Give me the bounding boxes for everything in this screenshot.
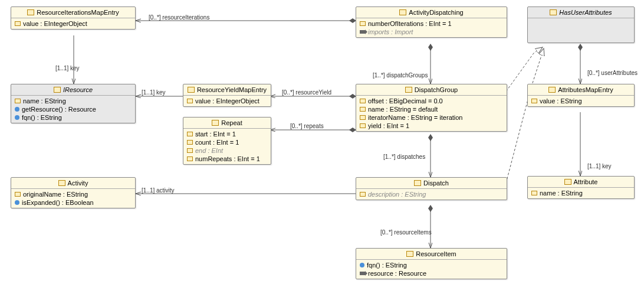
attr-label: name : EString = default	[368, 106, 438, 113]
class-HasUserAttributes[interactable]: HasUserAttributes	[527, 6, 635, 43]
attr-label: yield : EInt = 1	[368, 122, 409, 129]
class-title: ActivityDispatching	[409, 9, 463, 16]
class-ResourceIterationsMapEntry[interactable]: ResourceIterationsMapEntry value : EInte…	[11, 6, 136, 30]
attr-label: originalName : EString	[23, 191, 88, 198]
class-Attribute[interactable]: Attribute name : EString	[527, 176, 635, 199]
class-Activity[interactable]: Activity originalName : EString isExpand…	[11, 177, 136, 208]
class-title: Dispatch	[423, 179, 449, 187]
class-icon	[406, 251, 413, 257]
attr-icon	[360, 115, 366, 120]
class-DispatchGroup[interactable]: DispatchGroup offset : EBigDecimal = 0.0…	[356, 84, 507, 132]
class-Repeat[interactable]: Repeat start : EInt = 1 count : EInt = 1…	[183, 117, 271, 165]
class-ActivityDispatching[interactable]: ActivityDispatching numberOfIterations :…	[356, 6, 507, 38]
class-icon	[54, 87, 61, 93]
label-userAttributes: [0..*] userAttributes	[587, 70, 638, 76]
class-icon	[188, 87, 195, 93]
attr-label: isExpanded() : EBoolean	[22, 199, 94, 206]
attr-icon	[15, 21, 21, 26]
attr-label: imports : Import	[368, 28, 413, 35]
class-icon	[564, 179, 571, 185]
label-activity: [1..1] activity	[142, 187, 175, 194]
class-icon	[58, 180, 65, 186]
attr-icon	[187, 148, 193, 153]
class-icon	[405, 87, 412, 93]
attr-icon	[187, 140, 193, 145]
attr-label: value : EString	[540, 97, 582, 105]
class-title: DispatchGroup	[415, 86, 458, 93]
attr-icon	[187, 99, 193, 103]
class-ResourceItem[interactable]: ResourceItem fqn() : EString resource : …	[356, 248, 507, 279]
label-dispatchGroups: [1..*] dispatchGroups	[373, 72, 428, 79]
attr-icon	[360, 99, 366, 103]
label-resourceYield: [0..*] resourceYield	[282, 89, 331, 96]
attr-icon	[360, 123, 366, 128]
class-ResourceYieldMapEntry[interactable]: ResourceYieldMapEntry value : EIntegerOb…	[183, 84, 271, 107]
attr-label: value : EIntegerObject	[195, 97, 259, 105]
attr-label: numRepeats : EInt = 1	[195, 155, 260, 162]
attr-icon	[531, 191, 537, 195]
attr-label: end : EInt	[195, 147, 223, 154]
operation-icon	[15, 115, 19, 120]
label-resourceItems: [0..*] resourceItems	[380, 229, 432, 236]
class-title: ResourceItem	[416, 250, 456, 257]
label-key-1: [1..1] key	[55, 65, 80, 71]
attr-label: fqn() : EString	[22, 114, 62, 121]
class-icon	[399, 9, 406, 15]
attr-label: getResource() : Resource	[22, 106, 96, 113]
attr-label: description : EString	[368, 191, 426, 198]
attr-label: name : EString	[23, 97, 66, 105]
attr-icon	[360, 192, 366, 197]
class-icon	[550, 9, 557, 15]
operation-icon	[15, 107, 19, 112]
class-title: Activity	[68, 179, 88, 187]
class-icon	[212, 120, 219, 126]
class-icon	[414, 180, 421, 186]
label-key-3: [1..1] key	[587, 163, 612, 169]
attr-label: iteratorName : EString = iteration	[368, 114, 463, 121]
class-title: Repeat	[221, 119, 242, 126]
class-title: Attribute	[574, 178, 598, 185]
class-title: IResource	[63, 86, 93, 93]
operation-icon	[360, 263, 364, 267]
class-Dispatch[interactable]: Dispatch description : EString	[356, 177, 507, 200]
label-dispatches: [1..*] dispatches	[383, 154, 425, 160]
operation-icon	[15, 200, 19, 205]
attr-icon	[360, 107, 366, 112]
attr-icon	[15, 192, 21, 197]
attr-icon	[531, 99, 537, 103]
attr-icon	[15, 99, 21, 103]
label-repeats: [0..*] repeats	[290, 123, 324, 129]
attr-label: offset : EBigDecimal = 0.0	[368, 97, 443, 105]
class-title: HasUserAttributes	[559, 9, 612, 16]
attr-label: name : EString	[540, 190, 583, 197]
connector-layer: HasUserAttributes (dashed) --> HasUserAt…	[0, 0, 644, 297]
class-icon	[27, 9, 34, 15]
attr-label: value : EIntegerObject	[23, 20, 87, 27]
attr-label: start : EInt = 1	[195, 130, 236, 138]
reference-icon	[360, 272, 366, 275]
attr-icon	[187, 156, 193, 161]
class-title: ResourceIterationsMapEntry	[37, 9, 119, 16]
class-AttributesMapEntry[interactable]: AttributesMapEntry value : EString	[527, 84, 635, 107]
attr-label: resource : Resource	[368, 270, 426, 277]
class-IResource[interactable]: IResource name : EString getResource() :…	[11, 84, 136, 123]
class-title: ResourceYieldMapEntry	[197, 86, 267, 93]
reference-icon	[360, 30, 366, 34]
attr-icon	[360, 21, 366, 26]
class-icon	[548, 87, 556, 93]
class-title: AttributesMapEntry	[558, 86, 613, 93]
label-resourceIterations: [0..*] resourceIterations	[149, 14, 209, 21]
attr-label: count : EInt = 1	[195, 139, 239, 146]
label-key-2: [1..1] key	[142, 89, 166, 96]
attr-icon	[187, 132, 193, 136]
attr-label: numberOfIterations : EInt = 1	[368, 20, 452, 27]
attr-label: fqn() : EString	[367, 262, 407, 269]
